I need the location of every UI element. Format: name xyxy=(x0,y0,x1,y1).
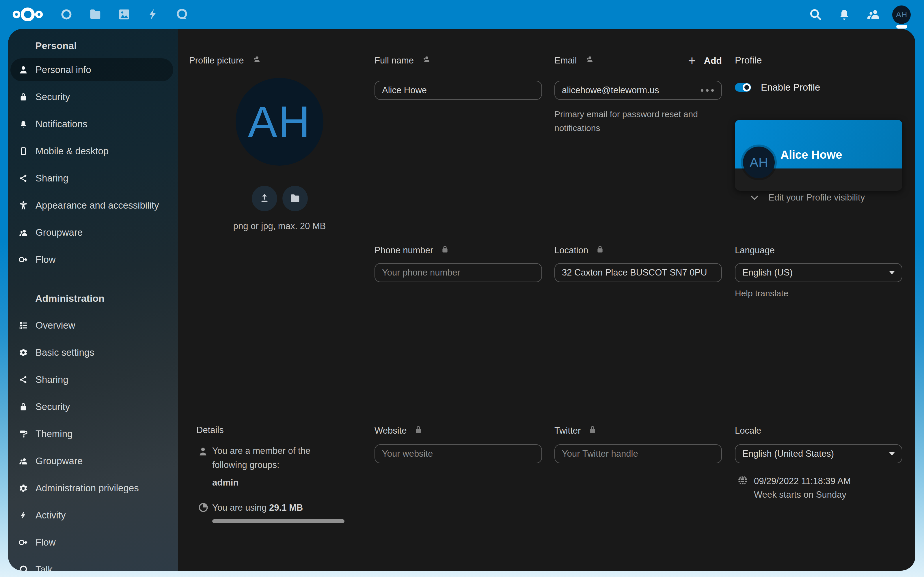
photos-icon[interactable] xyxy=(117,8,131,21)
sidebar-item-label: Security xyxy=(36,401,70,412)
details-title: Details xyxy=(196,425,224,435)
email-field[interactable]: alicehowe@teleworm.us xyxy=(554,81,722,100)
visibility-scope-icon[interactable] xyxy=(585,55,594,67)
profile-card-initials: AH xyxy=(750,155,768,170)
email-actions-menu-icon[interactable] xyxy=(698,87,716,94)
groups-membership-text: You are a member of the following groups… xyxy=(212,444,336,472)
sidebar-item-label: Flow xyxy=(36,537,56,548)
sidebar-item-security[interactable]: Security xyxy=(10,85,173,108)
language-value: English (US) xyxy=(742,268,793,278)
sidebar-item-label: Groupware xyxy=(36,456,82,466)
edit-profile-visibility-link[interactable]: Edit your Profile visibility xyxy=(749,192,865,203)
top-header-bar: AH xyxy=(0,0,924,29)
lock-icon[interactable] xyxy=(596,245,604,256)
website-input[interactable] xyxy=(375,444,542,463)
sidebar-item-notifications[interactable]: Notifications xyxy=(10,113,173,135)
sidebar-item-label: Flow xyxy=(36,254,56,265)
quota-pie-icon xyxy=(198,502,209,514)
quota-prefix: You are using xyxy=(212,503,269,513)
lightning-icon xyxy=(18,510,28,520)
twitter-input[interactable] xyxy=(554,444,722,463)
user-avatar-initials: AH xyxy=(896,10,907,19)
user-avatar[interactable]: AH xyxy=(892,5,911,24)
sidebar-item-theming[interactable]: Theming xyxy=(10,422,173,445)
contacts-icon[interactable] xyxy=(864,6,882,23)
help-translate-link[interactable]: Help translate xyxy=(735,288,788,298)
chevron-down-icon xyxy=(749,192,760,203)
accessibility-icon xyxy=(18,200,28,210)
sidebar-item-personal-info[interactable]: Personal info xyxy=(10,58,173,81)
add-email-label: Add xyxy=(704,55,722,66)
website-label-row: Website xyxy=(375,425,423,437)
globe-icon xyxy=(737,475,748,487)
lock-icon[interactable] xyxy=(441,245,449,256)
profile-preview-card[interactable]: AH Alice Howe xyxy=(735,120,902,191)
language-label-row: Language xyxy=(735,245,775,256)
sidebar-item-flow-admin[interactable]: Flow xyxy=(10,531,173,554)
activity-icon[interactable] xyxy=(146,8,160,21)
email-value: alicehowe@teleworm.us xyxy=(562,85,659,95)
language-select[interactable]: English (US) xyxy=(735,263,902,282)
add-email-button[interactable]: + Add xyxy=(688,55,722,66)
enable-profile-label: Enable Profile xyxy=(761,82,820,93)
dashboard-icon[interactable] xyxy=(60,8,73,21)
nextcloud-logo-icon[interactable] xyxy=(10,6,45,23)
sidebar-item-label: Theming xyxy=(36,429,73,439)
full-name-input[interactable] xyxy=(375,81,542,100)
upload-avatar-button[interactable] xyxy=(252,186,277,211)
sidebar-item-label: Talk xyxy=(36,564,53,571)
profile-picture-avatar[interactable]: AH xyxy=(236,78,323,166)
sidebar-item-appearance[interactable]: Appearance and accessibility xyxy=(10,194,173,217)
sidebar-section-personal: Personal xyxy=(35,39,178,52)
talk-icon[interactable] xyxy=(175,8,189,21)
enable-profile-toggle-row[interactable]: Enable Profile xyxy=(735,82,820,93)
locale-datetime: 09/29/2022 11:18:39 AM xyxy=(754,476,851,487)
sidebar-item-sharing-personal[interactable]: Sharing xyxy=(10,167,173,190)
sidebar-item-groupware-admin[interactable]: Groupware xyxy=(10,450,173,472)
week-start-info: Week starts on Sunday xyxy=(754,490,846,500)
sidebar-item-label: Groupware xyxy=(36,227,82,238)
smartphone-icon xyxy=(18,146,28,156)
files-icon[interactable] xyxy=(88,8,102,21)
sidebar-item-groupware-personal[interactable]: Groupware xyxy=(10,221,173,244)
lock-icon[interactable] xyxy=(588,425,597,436)
sidebar-item-admin-privileges[interactable]: Administration privileges xyxy=(10,477,173,500)
profile-card-name: Alice Howe xyxy=(780,148,842,161)
sidebar-item-overview[interactable]: Overview xyxy=(10,314,173,337)
profile-picture-label-row: Profile picture xyxy=(189,55,261,66)
location-label-row: Location xyxy=(554,245,604,256)
group-icon xyxy=(18,227,28,237)
sidebar-item-label: Mobile & desktop xyxy=(36,146,108,157)
talk-icon xyxy=(18,564,28,571)
share-icon xyxy=(18,375,28,385)
sidebar-item-flow-personal[interactable]: Flow xyxy=(10,248,173,271)
sidebar-item-activity[interactable]: Activity xyxy=(10,504,173,527)
visibility-scope-icon[interactable] xyxy=(252,55,261,67)
quota-value: 29.1 MB xyxy=(269,503,303,513)
sidebar-item-sharing-admin[interactable]: Sharing xyxy=(10,368,173,391)
profile-card-avatar: AH xyxy=(743,147,775,178)
quota-progress-bar xyxy=(212,519,344,523)
sidebar-section-administration: Administration xyxy=(35,292,178,305)
email-label-row: Email + Add xyxy=(554,55,722,66)
lock-icon[interactable] xyxy=(414,425,423,436)
enable-profile-toggle[interactable] xyxy=(735,83,751,92)
lock-icon xyxy=(18,92,28,102)
search-icon[interactable] xyxy=(807,6,824,23)
phone-label: Phone number xyxy=(375,245,433,256)
twitter-label: Twitter xyxy=(554,425,581,436)
notifications-bell-icon[interactable] xyxy=(836,6,853,23)
sidebar-item-mobile-desktop[interactable]: Mobile & desktop xyxy=(10,140,173,163)
visibility-scope-icon[interactable] xyxy=(421,55,431,67)
choose-from-files-button[interactable] xyxy=(283,186,308,211)
sidebar-item-security-admin[interactable]: Security xyxy=(10,395,173,418)
location-input[interactable] xyxy=(554,263,722,282)
phone-input[interactable] xyxy=(375,263,542,282)
sidebar-item-label: Appearance and accessibility xyxy=(36,200,159,211)
sidebar-item-label: Basic settings xyxy=(36,347,94,358)
full-name-label-row: Full name xyxy=(375,55,431,66)
sidebar-item-basic-settings[interactable]: Basic settings xyxy=(10,341,173,364)
sidebar-item-talk[interactable]: Talk xyxy=(10,558,173,571)
locale-select[interactable]: English (United States) xyxy=(735,444,902,463)
group-icon xyxy=(18,456,28,466)
